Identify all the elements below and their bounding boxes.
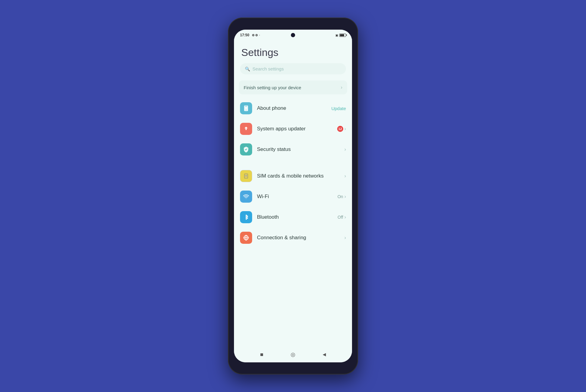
bluetooth-status: Off › [337, 214, 346, 220]
system-apps-title: System apps updater [257, 126, 337, 132]
connection-sharing-content: Connection & sharing [257, 235, 344, 241]
camera-notch [291, 33, 295, 37]
security-content: Security status [257, 146, 344, 152]
about-phone-title: About phone [257, 105, 331, 111]
svg-rect-4 [245, 175, 247, 176]
security-title: Security status [257, 146, 344, 152]
connection-sharing-title: Connection & sharing [257, 235, 344, 241]
settings-item-system-apps[interactable]: System apps updater 12 › [234, 119, 352, 139]
search-bar[interactable]: 🔍 Search settings [240, 63, 346, 74]
finish-setup-chevron: › [341, 85, 342, 90]
search-input-placeholder: Search settings [252, 66, 284, 71]
nav-home-icon: ◎ [291, 351, 295, 358]
wifi-chevron: › [344, 194, 346, 199]
sim-chevron: › [344, 173, 346, 179]
search-icon: 🔍 [245, 67, 250, 71]
bluetooth-content: Bluetooth [257, 214, 337, 220]
phone-screen: 17:50 ⚙ ⚙ • ▣ Settings 🔍 Search settings [234, 30, 352, 362]
battery-icon [339, 34, 346, 37]
wifi-status-text: On [337, 194, 343, 199]
section-connectivity: SIM cards & mobile networks › [234, 166, 352, 248]
phone-device: 17:50 ⚙ ⚙ • ▣ Settings 🔍 Search settings [228, 18, 358, 374]
nav-home-button[interactable]: ◎ [289, 351, 297, 358]
settings-item-bluetooth[interactable]: Bluetooth Off › [234, 207, 352, 227]
svg-point-2 [246, 109, 246, 110]
connection-sharing-right: › [344, 235, 346, 240]
status-icons: ⚙ ⚙ [252, 34, 258, 37]
security-icon [240, 143, 252, 155]
system-apps-icon [240, 123, 252, 135]
settings-item-about-phone[interactable]: About phone Update [234, 98, 352, 119]
about-phone-content: About phone [257, 105, 331, 111]
svg-rect-1 [245, 106, 247, 106]
system-apps-badge: 12 [337, 126, 343, 132]
about-phone-update: Update [331, 106, 346, 111]
system-apps-chevron: › [344, 126, 346, 132]
finish-setup-label: Finish setting up your device [244, 85, 301, 90]
page-title: Settings [234, 43, 352, 63]
wifi-status: On › [337, 194, 346, 199]
bluetooth-status-text: Off [337, 215, 343, 220]
signal-icon: ▣ [335, 34, 338, 37]
svg-rect-6 [246, 177, 247, 177]
settings-item-connection-sharing[interactable]: Connection & sharing › [234, 227, 352, 248]
settings-item-security[interactable]: Security status › [234, 139, 352, 160]
system-apps-badge-container: 12 › [337, 126, 346, 132]
svg-rect-5 [245, 177, 246, 177]
sim-title: SIM cards & mobile networks [257, 173, 344, 179]
bluetooth-icon [240, 211, 252, 223]
nav-recents-icon: ■ [260, 351, 263, 358]
camera-notch-container [291, 33, 295, 37]
status-bar-left: 17:50 ⚙ ⚙ • [240, 33, 260, 37]
bottom-nav: ■ ◎ ◄ [234, 347, 352, 362]
status-bar-right: ▣ [335, 34, 346, 37]
nav-back-icon: ◄ [321, 351, 327, 358]
finish-setup-banner[interactable]: Finish setting up your device › [239, 80, 347, 94]
section-phone-info: About phone Update System apps updater [234, 98, 352, 160]
nav-back-button[interactable]: ◄ [321, 351, 328, 358]
battery-fill [340, 34, 344, 36]
sim-icon [240, 170, 252, 182]
security-chevron: › [344, 147, 346, 152]
system-apps-content: System apps updater [257, 126, 337, 132]
sim-content: SIM cards & mobile networks [257, 173, 344, 179]
bluetooth-title: Bluetooth [257, 214, 337, 220]
settings-item-wifi[interactable]: Wi-Fi On › [234, 186, 352, 207]
about-phone-icon [240, 102, 252, 114]
sim-right: › [344, 173, 346, 179]
nav-recents-button[interactable]: ■ [258, 351, 265, 358]
screen-content[interactable]: Settings 🔍 Search settings Finish settin… [234, 41, 352, 347]
section-divider-1 [234, 162, 352, 166]
clock: 17:50 [240, 33, 249, 37]
status-dot: • [259, 34, 260, 36]
wifi-content: Wi-Fi [257, 194, 337, 200]
connection-sharing-chevron: › [344, 235, 346, 240]
wifi-icon [240, 191, 252, 203]
security-right: › [344, 147, 346, 152]
status-bar: 17:50 ⚙ ⚙ • ▣ [234, 30, 352, 41]
settings-item-sim[interactable]: SIM cards & mobile networks › [234, 166, 352, 186]
wifi-title: Wi-Fi [257, 194, 337, 200]
bluetooth-chevron: › [344, 214, 346, 220]
connection-sharing-icon [240, 232, 252, 244]
